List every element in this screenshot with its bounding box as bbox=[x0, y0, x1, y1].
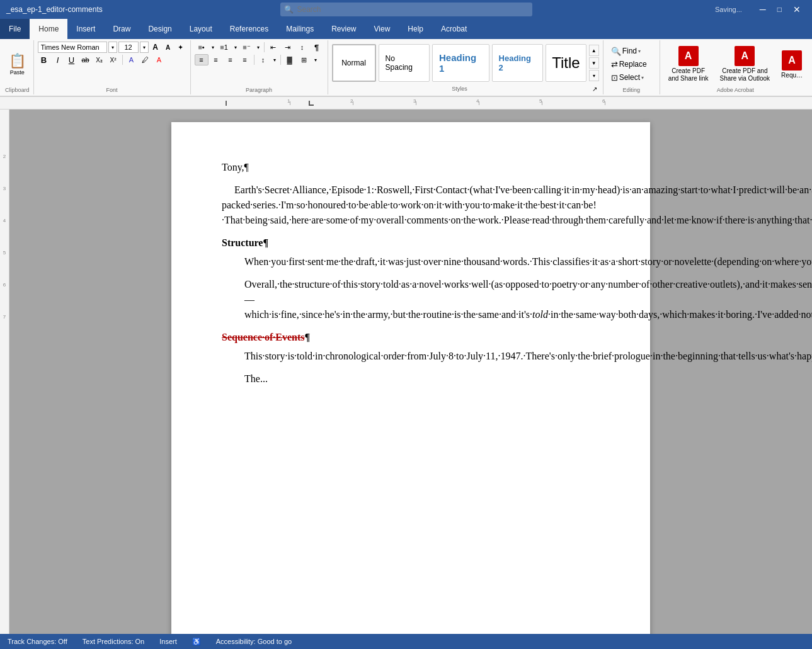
maximize-button[interactable]: □ bbox=[772, 4, 787, 14]
strikethrough-button[interactable]: ab bbox=[79, 54, 92, 65]
styles-expand[interactable]: ▾ bbox=[589, 70, 599, 81]
bullets-button[interactable]: ≡• bbox=[195, 42, 209, 53]
bullets-dropdown[interactable]: ▾ bbox=[209, 42, 217, 53]
tab-design[interactable]: Design bbox=[139, 19, 180, 39]
paste-icon: 📋 bbox=[9, 53, 26, 69]
line-spacing-dropdown[interactable]: ▾ bbox=[271, 54, 278, 65]
paste-button[interactable]: 📋 Paste bbox=[7, 51, 28, 77]
borders-dropdown[interactable]: ▾ bbox=[312, 54, 319, 65]
align-right-button[interactable]: ≡ bbox=[224, 54, 237, 65]
borders-button[interactable]: ⊞ bbox=[297, 54, 311, 65]
styles-scroll-down[interactable]: ▼ bbox=[589, 57, 599, 69]
replace-row[interactable]: ⇄ Replace bbox=[609, 59, 655, 71]
tab-file[interactable]: File bbox=[0, 19, 30, 39]
tab-acrobat[interactable]: Acrobat bbox=[432, 19, 476, 39]
doc-para-1: Earth's·Secret·Alliance,·Episode·1:·Rosw… bbox=[222, 183, 600, 228]
decrease-font-button[interactable]: A bbox=[163, 42, 174, 53]
justify-button[interactable]: ≡ bbox=[238, 54, 252, 65]
select-icon: ⊡ bbox=[611, 73, 618, 82]
tab-draw[interactable]: Draw bbox=[104, 19, 139, 39]
style-no-spacing[interactable]: No Spacing bbox=[379, 44, 430, 82]
increase-font-button[interactable]: A bbox=[150, 42, 161, 53]
style-heading2[interactable]: Heading 2 bbox=[492, 44, 543, 82]
tab-help[interactable]: Help bbox=[399, 19, 432, 39]
tab-home[interactable]: Home bbox=[30, 19, 67, 39]
increase-indent-button[interactable]: ⇥ bbox=[281, 42, 295, 53]
track-changes-status[interactable]: Track Changes: Off bbox=[8, 638, 67, 645]
acrobat-group-label: Adobe Acrobat bbox=[664, 87, 807, 93]
create-pdf-share-link-btn[interactable]: A Create PDFand Share link bbox=[664, 43, 713, 86]
pdf-icon-3: A bbox=[782, 50, 802, 71]
select-label: Select bbox=[619, 73, 640, 82]
replace-label: Replace bbox=[619, 60, 647, 69]
clipboard-label: Clipboard bbox=[5, 87, 30, 93]
line-spacing-button[interactable]: ↕ bbox=[256, 54, 270, 65]
select-row[interactable]: ⊡ Select ▾ bbox=[609, 72, 655, 84]
search-input[interactable] bbox=[297, 5, 532, 14]
tab-review[interactable]: Review bbox=[323, 19, 365, 39]
shading-button[interactable]: ▓ bbox=[283, 54, 297, 65]
style-normal[interactable]: Normal bbox=[332, 44, 376, 82]
doc-para-structure-1: When·you·first·sent·me·the·draft,·it·was… bbox=[244, 254, 600, 269]
tab-insert[interactable]: Insert bbox=[67, 19, 104, 39]
close-button[interactable]: ✕ bbox=[788, 4, 806, 14]
doc-heading-structure: Structure¶ bbox=[222, 235, 600, 251]
italic-button[interactable]: I bbox=[52, 54, 64, 65]
create-pdf-outlook-btn[interactable]: A Create PDF andShare via Outlook bbox=[716, 43, 775, 86]
multilevel-button[interactable]: ≡⁻ bbox=[240, 42, 254, 53]
font-size-dropdown[interactable]: ▾ bbox=[140, 42, 149, 53]
request-sigs-label: Requ… bbox=[781, 72, 803, 79]
superscript-button[interactable]: X² bbox=[107, 54, 120, 65]
saving-status: Saving... bbox=[715, 6, 742, 13]
clear-format-button[interactable]: ✦ bbox=[175, 42, 186, 53]
doc-heading-sequence: Sequence·of·Events¶ bbox=[222, 330, 600, 345]
tab-references[interactable]: References bbox=[221, 19, 277, 39]
text-effects-button[interactable]: A bbox=[125, 54, 138, 65]
font-color-button[interactable]: A bbox=[153, 54, 166, 65]
font-group-label: Font bbox=[38, 87, 186, 93]
minimize-button[interactable]: ─ bbox=[755, 4, 771, 14]
style-title[interactable]: Title bbox=[546, 44, 586, 82]
create-pdf-label-1: Create PDFand Share link bbox=[668, 67, 709, 82]
font-size-input[interactable] bbox=[118, 42, 139, 53]
find-row[interactable]: 🔍 Find ▾ bbox=[609, 45, 655, 57]
create-pdf-label-2: Create PDF andShare via Outlook bbox=[720, 67, 770, 82]
align-left-button[interactable]: ≡ bbox=[195, 54, 209, 65]
doc-para-structure-2: Overall,·the·structure·of·this·story·tol… bbox=[244, 277, 600, 322]
vertical-ruler: 2 3 4 5 6 7 bbox=[0, 110, 9, 634]
font-name-input[interactable] bbox=[38, 42, 107, 53]
numbering-button[interactable]: ≡1 bbox=[217, 42, 231, 53]
doc-greeting: Tony,¶ bbox=[222, 160, 600, 175]
editing-group-label: Editing bbox=[609, 87, 655, 93]
decrease-indent-button[interactable]: ⇤ bbox=[266, 42, 280, 53]
text-predictions-status[interactable]: Text Predictions: On bbox=[83, 638, 144, 645]
accessibility-icon: ♿ bbox=[192, 638, 201, 646]
accessibility-status[interactable]: Accessibility: Good to go bbox=[216, 638, 292, 645]
tab-mailings[interactable]: Mailings bbox=[277, 19, 323, 39]
bold-button[interactable]: B bbox=[38, 54, 50, 65]
document-area[interactable]: Tony,¶ Earth's·Secret·Alliance,·Episode·… bbox=[9, 110, 812, 634]
insert-mode-status[interactable]: Insert bbox=[159, 638, 177, 645]
styles-group-label: Styles bbox=[332, 86, 588, 92]
tab-layout[interactable]: Layout bbox=[181, 19, 221, 39]
find-label: Find bbox=[622, 47, 637, 55]
sort-button[interactable]: ↕ bbox=[295, 42, 309, 53]
underline-button[interactable]: U bbox=[66, 54, 78, 65]
find-dropdown-arrow: ▾ bbox=[638, 48, 641, 54]
status-bar: Track Changes: Off Text Predictions: On … bbox=[0, 634, 812, 649]
show-formatting-button[interactable]: ¶ bbox=[310, 42, 324, 53]
font-name-dropdown[interactable]: ▾ bbox=[108, 42, 117, 53]
multilevel-dropdown[interactable]: ▾ bbox=[254, 42, 262, 53]
align-center-button[interactable]: ≡ bbox=[209, 54, 223, 65]
subscript-button[interactable]: X₂ bbox=[93, 54, 106, 65]
paragraph-group-label: Paragraph bbox=[195, 87, 324, 93]
highlight-button[interactable]: 🖊 bbox=[139, 54, 152, 65]
numbering-dropdown[interactable]: ▾ bbox=[232, 42, 239, 53]
request-signatures-btn[interactable]: A Requ… bbox=[777, 47, 807, 82]
styles-dialog-launcher[interactable]: ↗ bbox=[590, 84, 599, 93]
style-heading1[interactable]: Heading 1 bbox=[432, 44, 489, 82]
tab-view[interactable]: View bbox=[365, 19, 399, 39]
pdf-icon-1: A bbox=[678, 46, 699, 66]
replace-icon: ⇄ bbox=[611, 60, 618, 69]
styles-scroll-up[interactable]: ▲ bbox=[589, 45, 599, 56]
